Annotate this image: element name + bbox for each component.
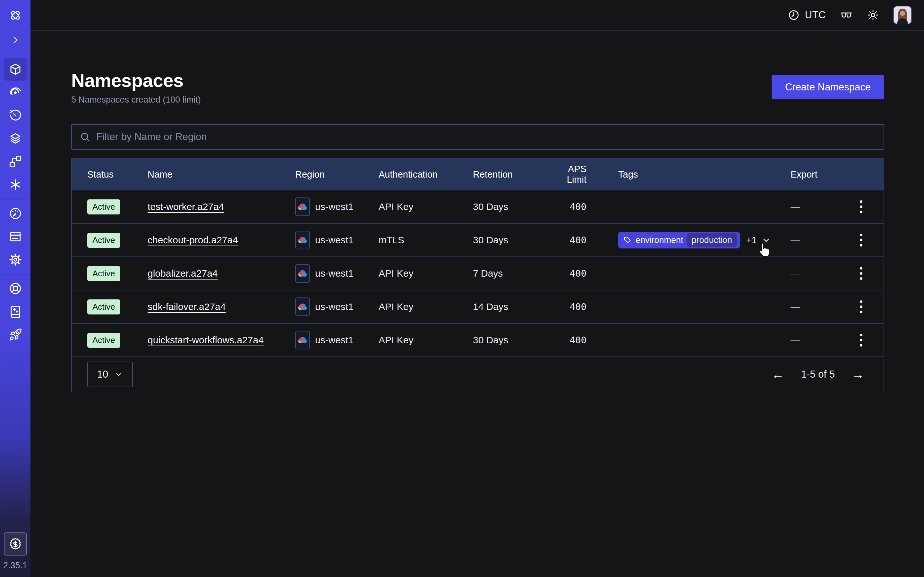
status-badge: Active xyxy=(87,266,120,281)
gcp-region-icon xyxy=(295,231,310,250)
chevron-down-icon xyxy=(761,235,771,245)
sidebar-item-schedules[interactable] xyxy=(4,104,27,127)
search-icon xyxy=(79,131,90,142)
user-avatar[interactable] xyxy=(893,6,912,24)
auth-method: API Key xyxy=(379,201,473,212)
theme-toggle-button[interactable] xyxy=(867,9,879,21)
upgrade-plan-button[interactable] xyxy=(4,532,27,556)
filter-bar xyxy=(71,124,884,150)
namespaces-table: Status Name Region Authentication Retent… xyxy=(71,158,884,392)
glasses-icon xyxy=(840,9,853,21)
temporal-logo-icon[interactable] xyxy=(4,0,27,31)
retention-value: 7 Days xyxy=(473,268,547,279)
namespace-link[interactable]: test-worker.a27a4 xyxy=(148,201,224,212)
status-badge: Active xyxy=(87,233,120,248)
export-value: — xyxy=(790,201,838,212)
sidebar-expand-button[interactable] xyxy=(4,31,27,50)
timezone-selector[interactable]: UTC xyxy=(788,9,826,21)
eye-spiral-icon xyxy=(9,85,22,99)
status-badge: Active xyxy=(87,333,120,348)
row-actions-menu-button[interactable] xyxy=(852,295,870,318)
aps-limit-value: 400 xyxy=(547,268,586,279)
table-row: Active globalizer.a27a4 us-west1 API Key… xyxy=(72,256,884,290)
create-namespace-button[interactable]: Create Namespace xyxy=(772,75,884,99)
page-size-select[interactable]: 10 xyxy=(87,362,133,387)
main-content: Namespaces 5 Namespaces created (100 lim… xyxy=(31,31,924,392)
labs-mode-button[interactable] xyxy=(840,9,853,21)
table-footer: 10 ← 1-5 of 5 → xyxy=(72,356,884,392)
badge-dollar-icon xyxy=(9,537,22,551)
prev-page-button[interactable]: ← xyxy=(772,368,784,381)
row-actions-menu-button[interactable] xyxy=(852,229,870,251)
aps-limit-value: 400 xyxy=(547,335,586,346)
app-version: 2.35.1 xyxy=(3,561,27,571)
more-tags-count: +1 xyxy=(746,235,757,245)
auth-method: mTLS xyxy=(379,235,473,245)
export-value: — xyxy=(790,235,838,245)
retention-value: 14 Days xyxy=(473,301,547,312)
region-label: us-west1 xyxy=(315,235,354,245)
tag-value: production xyxy=(687,234,737,247)
namespace-link[interactable]: sdk-failover.a27a4 xyxy=(148,301,226,312)
sidebar-item-billing[interactable] xyxy=(4,225,27,248)
chevron-down-icon xyxy=(115,370,123,379)
table-header-row: Status Name Region Authentication Retent… xyxy=(72,159,884,190)
table-row: Active quickstart-workflows.a27a4 us-wes… xyxy=(72,323,884,356)
col-aps-limit: APS Limit xyxy=(547,164,586,185)
sidebar-item-support[interactable] xyxy=(4,277,27,300)
col-retention: Retention xyxy=(473,169,547,180)
table-row: Active test-worker.a27a4 us-west1 API Ke… xyxy=(72,190,884,223)
lifebuoy-icon xyxy=(9,282,22,295)
status-badge: Active xyxy=(87,300,120,314)
sidebar-item-usage[interactable] xyxy=(4,202,27,225)
pagination-range: 1-5 of 5 xyxy=(801,369,835,380)
sidebar-item-nexus[interactable] xyxy=(4,173,27,196)
retention-value: 30 Days xyxy=(473,235,547,245)
sidebar-item-settings[interactable] xyxy=(4,248,27,271)
sidebar: 2.35.1 xyxy=(0,0,31,577)
row-actions-menu-button[interactable] xyxy=(852,329,870,351)
namespace-link[interactable]: checkout-prod.a27a4 xyxy=(148,235,238,245)
aps-limit-value: 400 xyxy=(547,301,586,312)
tag-chip[interactable]: environment production xyxy=(618,232,740,248)
filter-input[interactable] xyxy=(96,131,876,143)
row-actions-menu-button[interactable] xyxy=(852,262,870,285)
row-actions-menu-button[interactable] xyxy=(852,195,870,218)
topbar: UTC xyxy=(31,0,924,31)
asterisk-icon xyxy=(9,178,22,191)
next-page-button[interactable]: → xyxy=(851,368,864,381)
sidebar-item-docs[interactable] xyxy=(4,300,27,323)
clock-icon xyxy=(788,9,800,21)
auth-method: API Key xyxy=(379,301,473,312)
region-label: us-west1 xyxy=(315,201,354,212)
table-row: Active sdk-failover.a27a4 us-west1 API K… xyxy=(72,290,884,323)
export-value: — xyxy=(790,268,838,279)
sidebar-item-insights[interactable] xyxy=(4,81,27,104)
timezone-label: UTC xyxy=(805,9,826,21)
aps-limit-value: 400 xyxy=(547,201,586,212)
sidebar-item-deployments[interactable] xyxy=(4,150,27,173)
namespace-link[interactable]: globalizer.a27a4 xyxy=(148,268,218,279)
namespace-link[interactable]: quickstart-workflows.a27a4 xyxy=(148,335,264,345)
col-status: Status xyxy=(87,169,148,180)
tag-key: environment xyxy=(636,235,683,245)
region-label: us-west1 xyxy=(315,301,354,312)
auth-method: API Key xyxy=(379,268,473,279)
col-region: Region xyxy=(295,169,379,180)
sidebar-item-namespaces[interactable] xyxy=(4,58,27,81)
region-label: us-west1 xyxy=(315,335,354,346)
gcp-region-icon xyxy=(295,298,310,316)
retention-value: 30 Days xyxy=(473,201,547,212)
aps-limit-value: 400 xyxy=(547,235,586,245)
sun-icon xyxy=(867,9,879,21)
table-row: Active checkout-prod.a27a4 us-west1 mTLS… xyxy=(72,223,884,256)
more-tags-button[interactable]: +1 xyxy=(746,235,771,245)
col-tags: Tags xyxy=(586,169,790,180)
gear-icon xyxy=(9,253,22,266)
sidebar-item-stacks[interactable] xyxy=(4,127,27,150)
layers-icon xyxy=(9,132,22,145)
region-label: us-west1 xyxy=(315,268,354,279)
page-title: Namespaces xyxy=(71,69,201,91)
page-size-value: 10 xyxy=(97,369,108,380)
sidebar-item-getting-started[interactable] xyxy=(4,323,27,346)
